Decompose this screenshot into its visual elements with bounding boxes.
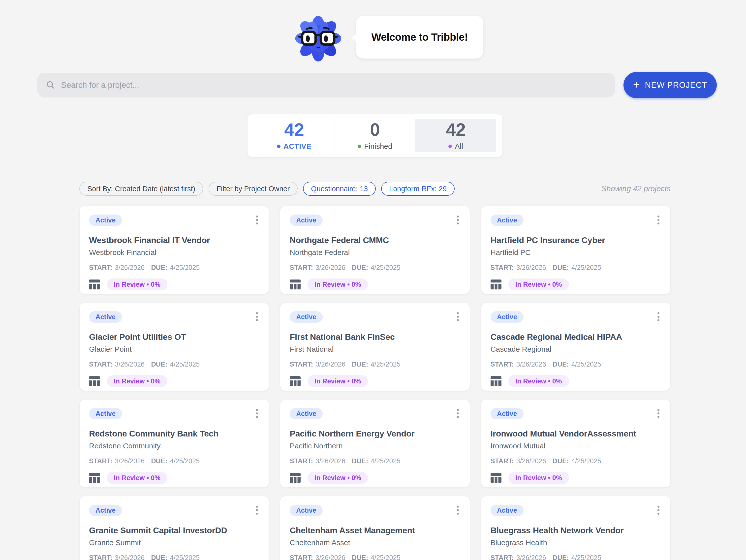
project-card[interactable]: Active Granite Summit Capital InvestorDD… <box>79 496 269 560</box>
project-dates: START:3/26/2026 DUE:4/25/2025 <box>89 360 259 368</box>
card-menu-button[interactable] <box>254 408 259 419</box>
card-menu-button[interactable] <box>254 215 259 225</box>
project-card[interactable]: Active Bluegrass Health Network Vendor B… <box>481 496 670 560</box>
review-status-badge: In Review • 0% <box>308 375 368 387</box>
project-card[interactable]: Active First National Bank FinSec First … <box>280 303 470 391</box>
new-project-button[interactable]: + NEW PROJECT <box>624 72 717 98</box>
card-menu-button[interactable] <box>455 505 460 515</box>
due-label: DUE: <box>151 263 167 272</box>
questionnaire-table-icon <box>290 280 300 289</box>
status-badge: Active <box>290 215 323 226</box>
project-card[interactable]: Active Pacific Northern Energy Vendor Pa… <box>280 399 470 487</box>
review-status-badge: In Review • 0% <box>308 279 368 290</box>
card-footer: In Review • 0% <box>89 279 259 290</box>
project-title: Northgate Federal CMMC <box>290 235 460 245</box>
due-date: 4/25/2025 <box>371 360 400 368</box>
project-title: Hartfield PC Insurance Cyber <box>491 235 661 245</box>
status-badge: Active <box>491 505 523 516</box>
project-card[interactable]: Active Hartfield PC Insurance Cyber Hart… <box>481 206 670 294</box>
all-dot-icon <box>449 145 452 148</box>
card-menu-button[interactable] <box>455 311 460 322</box>
card-menu-button[interactable] <box>455 408 460 419</box>
card-footer: In Review • 0% <box>491 472 661 484</box>
project-company: Northgate Federal <box>290 248 460 257</box>
review-status-badge: In Review • 0% <box>509 472 569 484</box>
status-badge: Active <box>89 505 122 516</box>
finished-dot-icon <box>357 145 361 148</box>
finished-label: Finished <box>364 142 392 150</box>
project-title: Bluegrass Health Network Vendor <box>491 525 661 535</box>
due-date: 4/25/2025 <box>170 554 200 560</box>
due-date: 4/25/2025 <box>371 457 400 465</box>
due-label: DUE: <box>352 457 368 465</box>
project-card[interactable]: Active Cheltenham Asset Management Chelt… <box>280 496 470 560</box>
start-label: START: <box>89 554 112 560</box>
project-card[interactable]: Active Cascade Regional Medical HIPAA Ca… <box>481 303 670 391</box>
project-company: Redstone Community <box>89 441 259 451</box>
stat-tab-active[interactable]: 42 ACTIVE <box>254 119 335 152</box>
card-menu-button[interactable] <box>656 408 661 419</box>
project-card[interactable]: Active Ironwood Mutual VendorAssessment … <box>481 399 670 487</box>
start-label: START: <box>491 263 514 272</box>
project-card[interactable]: Active Redstone Community Bank Tech Reds… <box>79 399 269 487</box>
project-title: Cascade Regional Medical HIPAA <box>491 332 661 342</box>
project-card[interactable]: Active Northgate Federal CMMC Northgate … <box>280 206 470 294</box>
card-menu-button[interactable] <box>455 215 460 225</box>
card-header: Active <box>89 505 259 516</box>
stats-section: 42 ACTIVE 0 Finished 42 All <box>0 114 746 157</box>
card-menu-button[interactable] <box>656 215 661 225</box>
card-menu-button[interactable] <box>254 505 259 515</box>
due-date: 4/25/2025 <box>571 457 601 465</box>
sort-by-chip[interactable]: Sort By: Created Date (latest first) <box>79 182 203 196</box>
active-dot-icon <box>277 145 281 148</box>
stat-tab-finished[interactable]: 0 Finished <box>335 119 415 152</box>
card-header: Active <box>89 215 259 226</box>
review-status-badge: In Review • 0% <box>107 472 167 484</box>
project-search-bar[interactable] <box>37 73 615 97</box>
due-label: DUE: <box>151 554 167 560</box>
questionnaire-chip[interactable]: Questionnaire: 13 <box>303 182 376 196</box>
start-label: START: <box>290 554 313 560</box>
card-header: Active <box>290 215 460 226</box>
status-badge: Active <box>491 215 523 226</box>
project-company: Westbrook Financial <box>89 248 259 257</box>
due-date: 4/25/2025 <box>571 554 601 560</box>
active-count: 42 <box>284 121 304 139</box>
project-stats-card: 42 ACTIVE 0 Finished 42 All <box>247 114 503 157</box>
project-company: Pacific Northern <box>290 441 460 451</box>
card-footer: In Review • 0% <box>89 375 259 387</box>
due-label: DUE: <box>352 554 368 560</box>
search-row: + NEW PROJECT <box>37 73 717 98</box>
status-badge: Active <box>290 505 323 516</box>
all-count: 42 <box>446 121 466 139</box>
stat-tab-all[interactable]: 42 All <box>415 119 496 152</box>
search-input[interactable] <box>61 80 607 90</box>
project-title: Cheltenham Asset Management <box>290 525 460 535</box>
plus-icon: + <box>633 79 640 90</box>
status-badge: Active <box>89 215 122 226</box>
project-dates: START:3/26/2026 DUE:4/25/2025 <box>290 360 460 368</box>
card-footer: In Review • 0% <box>290 472 460 484</box>
start-date: 3/26/2026 <box>115 457 145 465</box>
card-header: Active <box>89 311 259 323</box>
card-menu-button[interactable] <box>656 505 661 515</box>
project-title: Glacier Point Utilities OT <box>89 332 259 342</box>
welcome-text: Welcome to Tribble! <box>372 31 468 43</box>
project-company: Ironwood Mutual <box>491 441 661 451</box>
project-title: Ironwood Mutual VendorAssessment <box>491 428 661 439</box>
card-footer: In Review • 0% <box>89 472 259 484</box>
start-date: 3/26/2026 <box>516 554 546 560</box>
due-label: DUE: <box>552 457 569 465</box>
project-card[interactable]: Active Glacier Point Utilities OT Glacie… <box>79 303 269 391</box>
project-title: Granite Summit Capital InvestorDD <box>89 525 259 535</box>
new-project-label: NEW PROJECT <box>645 80 707 90</box>
card-menu-button[interactable] <box>656 311 661 322</box>
start-date: 3/26/2026 <box>516 263 546 272</box>
project-dates: START:3/26/2026 DUE:4/25/2025 <box>290 457 460 465</box>
filter-owner-chip[interactable]: Filter by Project Owner <box>208 182 297 196</box>
card-menu-button[interactable] <box>254 311 259 322</box>
card-header: Active <box>491 311 661 323</box>
project-card[interactable]: Active Westbrook Financial IT Vendor Wes… <box>79 206 269 294</box>
project-dates: START:3/26/2026 DUE:4/25/2025 <box>89 263 259 272</box>
longform-rfx-chip[interactable]: Longform RFx: 29 <box>381 182 455 196</box>
